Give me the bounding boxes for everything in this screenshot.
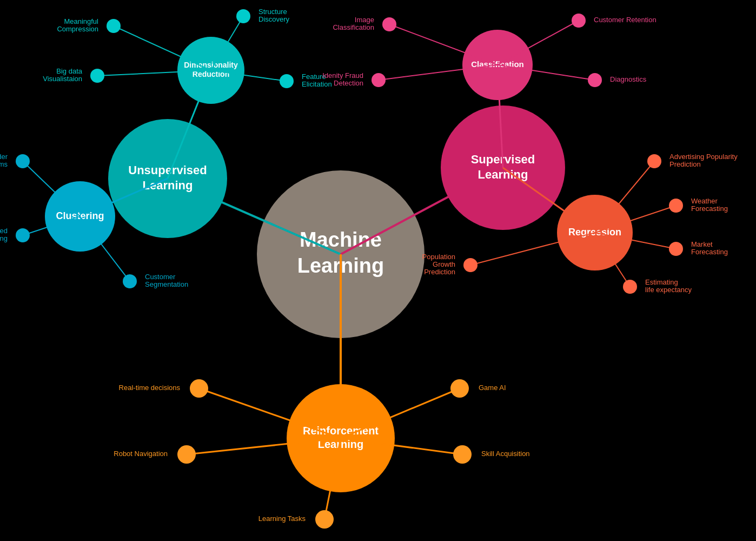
svg-text:Real-time decisions: Real-time decisions bbox=[119, 384, 181, 392]
svg-text:Skill Acquisition: Skill Acquisition bbox=[481, 450, 530, 458]
svg-point-98 bbox=[177, 445, 196, 464]
svg-text:Learning Tasks: Learning Tasks bbox=[258, 514, 306, 523]
svg-point-67 bbox=[647, 154, 661, 168]
svg-text:life expectancy: life expectancy bbox=[645, 286, 692, 294]
svg-text:Structure: Structure bbox=[258, 8, 287, 16]
svg-point-95 bbox=[450, 379, 469, 398]
svg-text:Weather: Weather bbox=[691, 197, 718, 205]
svg-text:Image: Image bbox=[355, 16, 374, 24]
svg-text:Visualistaion: Visualistaion bbox=[43, 75, 82, 83]
svg-point-50 bbox=[382, 17, 396, 31]
svg-text:Population: Population bbox=[422, 253, 455, 261]
svg-text:Forecasting: Forecasting bbox=[691, 248, 728, 256]
svg-point-31 bbox=[16, 154, 30, 168]
svg-text:Learning: Learning bbox=[478, 168, 528, 181]
svg-text:Elicitation: Elicitation bbox=[302, 80, 332, 88]
svg-text:Compression: Compression bbox=[57, 25, 98, 33]
svg-text:Meaningful: Meaningful bbox=[64, 17, 98, 25]
svg-point-92 bbox=[190, 379, 208, 398]
svg-point-39 bbox=[123, 274, 137, 288]
svg-text:Advertising Popularity: Advertising Popularity bbox=[669, 153, 738, 161]
svg-text:Prediction: Prediction bbox=[424, 268, 455, 276]
svg-text:Idenity Fraud: Idenity Fraud bbox=[322, 71, 363, 80]
svg-point-58 bbox=[572, 14, 586, 28]
svg-point-104 bbox=[315, 510, 334, 529]
svg-text:Marketing: Marketing bbox=[0, 234, 8, 242]
svg-text:Prediction: Prediction bbox=[669, 160, 701, 168]
svg-point-75 bbox=[669, 242, 683, 256]
svg-text:Customer Retention: Customer Retention bbox=[594, 16, 656, 24]
svg-point-35 bbox=[16, 228, 30, 242]
svg-point-16 bbox=[90, 69, 104, 83]
svg-text:Segmentation: Segmentation bbox=[145, 280, 188, 288]
svg-text:Growth: Growth bbox=[433, 260, 455, 268]
svg-text:Robot Navigation: Robot Navigation bbox=[114, 450, 168, 458]
svg-text:Systems: Systems bbox=[0, 160, 8, 168]
svg-point-24 bbox=[280, 74, 294, 88]
svg-point-61 bbox=[588, 73, 602, 87]
svg-text:Detection: Detection bbox=[334, 79, 363, 87]
svg-point-83 bbox=[463, 258, 478, 272]
svg-text:Classification: Classification bbox=[333, 23, 374, 31]
svg-text:Customer: Customer bbox=[145, 273, 176, 281]
svg-text:Big data: Big data bbox=[56, 67, 82, 75]
svg-text:Game AI: Game AI bbox=[479, 384, 506, 392]
svg-point-20 bbox=[236, 9, 250, 23]
svg-text:Diagnostics: Diagnostics bbox=[610, 75, 647, 83]
svg-point-79 bbox=[623, 280, 637, 294]
svg-text:Forecasting: Forecasting bbox=[691, 204, 728, 213]
svg-point-71 bbox=[669, 199, 683, 213]
svg-point-54 bbox=[372, 73, 386, 87]
svg-text:Unsupervised: Unsupervised bbox=[128, 163, 207, 177]
mind-map-svg: MachineLearningUnsupervisedLearningDimen… bbox=[0, 0, 756, 541]
svg-text:Discovery: Discovery bbox=[258, 15, 290, 23]
diagram-container: MachineLearningUnsupervisedLearningDimen… bbox=[0, 0, 756, 541]
svg-point-12 bbox=[107, 19, 121, 33]
svg-text:Targetted: Targetted bbox=[0, 227, 8, 235]
svg-text:Learning: Learning bbox=[143, 179, 193, 192]
svg-point-101 bbox=[453, 445, 472, 464]
svg-text:Market: Market bbox=[691, 240, 713, 248]
svg-text:Estimating: Estimating bbox=[645, 278, 678, 286]
svg-text:Recommender: Recommender bbox=[0, 153, 8, 161]
